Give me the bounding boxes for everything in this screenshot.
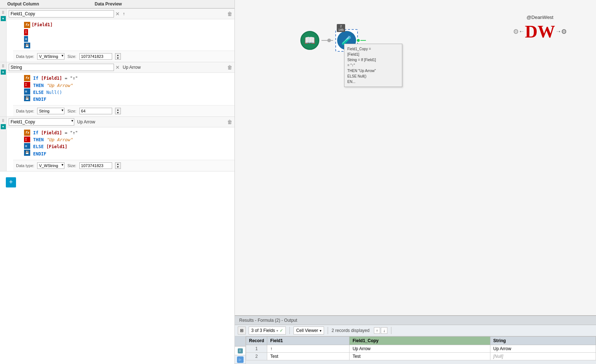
size-up-2[interactable]: ▲ (115, 108, 121, 111)
col-header-field1copy[interactable]: Field1_Copy (350, 337, 490, 345)
preview-text-3: Up Arrow (76, 119, 226, 125)
output-col-input-1[interactable] (9, 10, 114, 17)
grid-view-button[interactable]: ⊞ (238, 327, 246, 335)
chevron-icon-1[interactable]: ▼ (1, 16, 6, 21)
drag-handle-2[interactable] (1, 64, 5, 68)
records-info: 2 records displayed (332, 328, 370, 333)
row1-header: ✕ ↑ 🗑 (7, 9, 234, 19)
size-down-1[interactable]: ▼ (115, 56, 121, 59)
col-header-record: Record (246, 337, 267, 345)
row-marker-col: Σ ▷ (235, 336, 246, 364)
cell-viewer-label: Cell Viewer (296, 328, 318, 333)
output-connector (360, 40, 366, 41)
sigma-badge-3: Σ (24, 136, 30, 142)
toolbar-separator-2 (328, 327, 328, 334)
code-line-2-4: ENDIF (33, 96, 78, 103)
datatype-select-1[interactable]: V_WString String Int32 (37, 53, 64, 60)
code-line-3-1: If [Field1] = "↑" (33, 130, 78, 136)
nav-up-button[interactable]: ↑ (374, 327, 380, 334)
results-toolbar: ⊞ 3 of 3 Fields ▾ ✓ Cell Viewer ▾ 2 reco… (235, 325, 596, 336)
chevron-icon-3[interactable]: ▼ (1, 124, 6, 129)
canvas-area: 📖 2 18b (235, 0, 596, 315)
datatype-select-2[interactable]: String V_WString (37, 108, 64, 114)
input-node[interactable]: 📖 (300, 31, 319, 50)
results-panel: Results - Formula (2) - Output ⊞ 3 of 3 … (235, 315, 596, 364)
results-table-area: Σ ▷ Record Field1 Field1_Copy Stri (235, 336, 596, 364)
nav-down-button[interactable]: ↓ (381, 327, 387, 334)
size-down-2[interactable]: ▼ (115, 111, 121, 114)
col-select-wrap-3: Field1_Copy (9, 118, 74, 126)
sigma-badge-2: Σ (24, 82, 30, 88)
fields-selector[interactable]: 3 of 3 Fields ▾ ✓ (249, 327, 286, 335)
size-label-3: Size: (67, 163, 76, 168)
size-spinner-3: ▲ ▼ (115, 162, 121, 169)
row1-field1copy: Up Arrow (350, 345, 490, 353)
save-badge-1: 💾 (24, 43, 30, 48)
output-col-select-3[interactable]: Field1_Copy (9, 118, 74, 126)
code-line-2-3: ELSE Null() (33, 89, 78, 96)
formula-row-1: ▼ ✕ ↑ 🗑 fx [Field1] (0, 9, 234, 62)
datatype-select-wrap-1: V_WString String Int32 (37, 53, 64, 60)
code-line-1-1: [Field1] (32, 21, 53, 28)
formula-row-3: ▼ Field1_Copy Up Arrow 🗑 (0, 117, 234, 171)
table-scroll: Record Field1 Field1_Copy String 1 ↑ Up … (246, 336, 596, 364)
fields-count: 3 of 3 Fields (251, 328, 275, 333)
col-header-string[interactable]: String (490, 337, 596, 345)
row2-string: [Null] (490, 353, 596, 360)
add-field-area: + (0, 171, 234, 193)
datatype-select-3[interactable]: V_WString String (37, 162, 64, 169)
fields-dropdown-icon: ▾ (276, 329, 278, 333)
tooltip-line4: = "↑" (347, 63, 399, 68)
code-line-2-1: If [Field1] = "↑" (33, 75, 78, 82)
delete-btn-3[interactable]: 🗑 (227, 119, 232, 125)
tooltip-line2: [Field1] (347, 52, 399, 57)
row3-footer: Data type: V_WString String Size: ▲ ▼ (13, 160, 234, 171)
tooltip-line7: EN... (347, 79, 399, 84)
col-header-field1[interactable]: Field1 (267, 337, 350, 345)
db-badge-3: ⊞ (24, 143, 30, 149)
right-panel: 📖 2 18b (235, 0, 596, 364)
formula-content-1[interactable]: fx [Field1] Σ ⊞ 💾 (13, 19, 234, 51)
chevron-icon-2[interactable]: ▼ (1, 70, 6, 75)
connector-1 (321, 39, 333, 42)
fx-badge-2: fx (24, 75, 30, 81)
formula-row-2: ▼ ✕ Up Arrow 🗑 fx Σ (0, 62, 234, 117)
formula-content-2[interactable]: fx Σ ⊞ 💾 If [Field1] = "↑" THEN "U (13, 73, 234, 105)
size-up-1[interactable]: ▲ (115, 54, 121, 56)
size-input-3[interactable] (79, 162, 112, 169)
row1-field1: ↑ (267, 345, 350, 353)
formula-tooltip: Field1_Copy = [Field1] String = If [Fiel… (344, 44, 402, 87)
drag-handle-3[interactable] (1, 118, 5, 123)
size-input-1[interactable] (79, 53, 112, 60)
db-badge-2: ⊞ (24, 88, 30, 94)
add-field-button[interactable]: + (6, 177, 16, 187)
datatype-select-wrap-3: V_WString String (37, 162, 64, 169)
code-line-3-4: ENDIF (33, 151, 78, 158)
size-down-3[interactable]: ▼ (115, 166, 121, 169)
fx-badge-3: fx (24, 130, 30, 135)
grid-icon: ⊞ (240, 328, 244, 333)
cell-viewer-button[interactable]: Cell Viewer ▾ (293, 327, 324, 335)
size-input-2[interactable] (79, 108, 112, 114)
row2-field1: Test (267, 353, 350, 360)
clear-btn-1[interactable]: ✕ (115, 11, 120, 17)
drag-handle-1[interactable] (1, 10, 5, 15)
size-up-3[interactable]: ▲ (115, 163, 121, 166)
delete-btn-1[interactable]: 🗑 (227, 11, 232, 17)
table-header-row: Record Field1 Field1_Copy String (246, 337, 596, 345)
results-title: Results - Formula (2) - Output (235, 316, 596, 325)
cell-viewer-dropdown-icon: ▾ (320, 329, 321, 333)
size-label-1: Size: (67, 54, 76, 59)
delete-btn-2[interactable]: 🗑 (227, 64, 232, 70)
brand-area: @DeanWest ⚙ ●─ DW ─● ⚙ (513, 15, 567, 41)
row-marker-2[interactable]: ▷ (235, 355, 245, 364)
formula-content-3[interactable]: fx Σ ⊞ 💾 If [Field1] = "↑" THEN "U (13, 127, 234, 160)
size-spinner-1: ▲ ▼ (115, 53, 121, 60)
row1-string: Up Arrow (490, 345, 596, 353)
brand-logo: ⚙ ●─ DW ─● ⚙ (513, 21, 567, 41)
clear-btn-2[interactable]: ✕ (115, 64, 120, 70)
output-column-header: Output Column (7, 1, 95, 7)
brand-handle: @DeanWest (526, 15, 553, 20)
output-col-input-2[interactable] (9, 64, 114, 71)
book-icon: 📖 (304, 35, 315, 46)
